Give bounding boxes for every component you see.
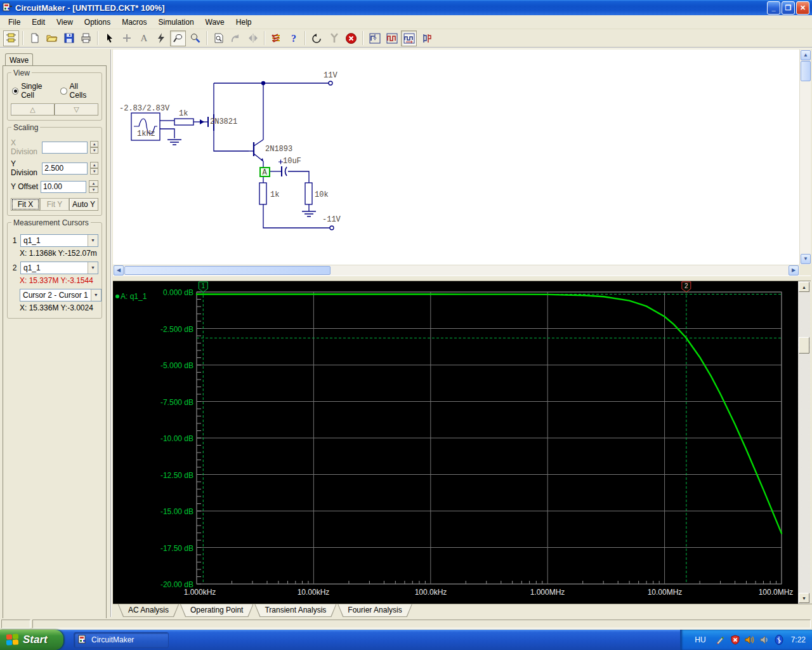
save-file-button[interactable] bbox=[61, 30, 77, 46]
mirror-button[interactable] bbox=[245, 30, 261, 46]
menu-simulation[interactable]: Simulation bbox=[153, 16, 200, 29]
spinner-down-icon[interactable]: ▼ bbox=[90, 147, 98, 154]
fit-x-button[interactable]: Fit X bbox=[11, 198, 40, 211]
delete-tool-icon bbox=[157, 33, 165, 43]
source-amplitude-label: -2.83/2.83V bbox=[119, 104, 170, 113]
scroll-thumb[interactable] bbox=[799, 337, 809, 354]
speaker-muted-icon[interactable] bbox=[759, 635, 769, 645]
reset-button[interactable] bbox=[309, 30, 325, 46]
print-button[interactable] bbox=[78, 30, 94, 46]
menu-help[interactable]: Help bbox=[230, 16, 258, 29]
r-gate-label: 1k bbox=[179, 109, 188, 118]
scope-pulse-icon bbox=[421, 33, 432, 44]
chevron-down-icon[interactable]: ▼ bbox=[88, 262, 98, 274]
menu-view[interactable]: View bbox=[51, 16, 79, 29]
pen-input-icon[interactable] bbox=[716, 635, 726, 645]
y-offset-spinner[interactable]: ▲▼ bbox=[89, 180, 98, 193]
y-division-spinner[interactable]: ▲▼ bbox=[90, 162, 98, 175]
security-alert-icon[interactable] bbox=[730, 635, 740, 645]
scroll-down-icon[interactable]: ▼ bbox=[799, 593, 809, 603]
single-cell-radio[interactable] bbox=[12, 88, 18, 95]
spinner-up-icon[interactable]: ▲ bbox=[90, 141, 98, 147]
restore-button[interactable]: ❐ bbox=[782, 1, 795, 15]
schematic-vertical-scrollbar[interactable]: ▲ ▼ bbox=[799, 50, 811, 265]
plot-vertical-scrollbar[interactable]: ▲ ▼ bbox=[798, 281, 810, 604]
x-division-input[interactable] bbox=[42, 142, 88, 154]
rotate-button[interactable] bbox=[228, 30, 244, 46]
menu-macros[interactable]: Macros bbox=[116, 16, 152, 29]
spinner-down-icon[interactable]: ▼ bbox=[89, 187, 98, 193]
windows-logo-icon bbox=[6, 633, 19, 646]
app-icon bbox=[78, 635, 88, 645]
auto-y-button[interactable]: Auto Y bbox=[69, 198, 98, 211]
scroll-thumb[interactable] bbox=[801, 61, 811, 81]
menu-options[interactable]: Options bbox=[79, 16, 116, 29]
bluetooth-icon[interactable] bbox=[774, 635, 784, 645]
menu-bar: File Edit View Options Macros Simulation… bbox=[0, 15, 812, 29]
close-button[interactable]: ✕ bbox=[796, 1, 809, 15]
cursor1-index: 1 bbox=[11, 236, 18, 245]
help-button[interactable]: ? bbox=[285, 30, 301, 46]
scope-multi-button[interactable] bbox=[401, 30, 417, 46]
stop-simulation-button[interactable] bbox=[343, 30, 359, 46]
minimize-icon: _ bbox=[771, 4, 775, 11]
chevron-down-icon[interactable]: ▼ bbox=[91, 289, 101, 301]
digital-switch-button[interactable] bbox=[268, 30, 284, 46]
tab-operating-point[interactable]: Operating Point bbox=[180, 604, 253, 617]
scroll-up-icon[interactable]: ▲ bbox=[799, 282, 809, 292]
menu-wave[interactable]: Wave bbox=[200, 16, 230, 29]
tab-fourier-analysis[interactable]: Fourier Analysis bbox=[337, 604, 412, 617]
digital-switch-icon bbox=[271, 33, 282, 43]
schematic-canvas[interactable]: 11V -11V -2.83/2.83V 1kHz 1k 2N3821 2N18… bbox=[113, 50, 799, 265]
spinner-up-icon[interactable]: ▲ bbox=[89, 180, 98, 187]
probe-tool-button[interactable] bbox=[170, 30, 186, 46]
cursor-difference-select[interactable]: Cursor 2 - Cursor 1 ▼ bbox=[20, 289, 102, 302]
open-file-button[interactable] bbox=[44, 30, 60, 46]
volume-icon[interactable] bbox=[745, 635, 755, 645]
scroll-up-icon[interactable]: ▲ bbox=[801, 50, 811, 60]
y-offset-input[interactable] bbox=[41, 181, 86, 193]
scroll-down-icon[interactable]: ▼ bbox=[801, 254, 811, 264]
help-icon: ? bbox=[289, 33, 298, 43]
taskbar-task-circuitmaker[interactable]: CircuitMaker bbox=[74, 632, 169, 648]
zoom-tool-button[interactable] bbox=[187, 30, 203, 46]
waveform-plot[interactable]: A: q1_1 0.000 dB -2.500 dB -5.000 dB -7.… bbox=[113, 281, 798, 604]
scope-square-button[interactable] bbox=[384, 30, 400, 46]
new-file-button[interactable] bbox=[27, 30, 43, 46]
cell-down-button[interactable]: ▽ bbox=[55, 103, 98, 116]
language-indicator[interactable]: HU bbox=[690, 634, 710, 646]
fit-y-button[interactable]: Fit Y bbox=[40, 198, 69, 211]
cursor1-signal-select[interactable]: q1_1 ▼ bbox=[20, 234, 98, 247]
scope-pulse-button[interactable] bbox=[418, 30, 434, 46]
pane-divider[interactable] bbox=[113, 275, 811, 281]
all-cells-radio[interactable] bbox=[60, 88, 67, 95]
parts-browser-button[interactable] bbox=[3, 30, 19, 46]
delete-tool-button[interactable] bbox=[153, 30, 169, 46]
wrench-tool-button[interactable] bbox=[326, 30, 342, 46]
scope-single-button[interactable] bbox=[367, 30, 383, 46]
tab-transient-analysis[interactable]: Transient Analysis bbox=[254, 604, 336, 617]
plot-canvas[interactable]: 12 bbox=[113, 281, 798, 604]
cell-up-button[interactable]: △ bbox=[11, 103, 55, 116]
minimize-button[interactable]: _ bbox=[767, 1, 780, 15]
spinner-down-icon[interactable]: ▼ bbox=[90, 168, 98, 175]
chevron-down-icon[interactable]: ▼ bbox=[88, 235, 98, 246]
scroll-right-icon[interactable]: ▶ bbox=[789, 265, 799, 275]
text-tool-button[interactable]: A bbox=[136, 30, 152, 46]
menu-file[interactable]: File bbox=[3, 16, 26, 29]
spinner-up-icon[interactable]: ▲ bbox=[90, 162, 98, 168]
task-label: CircuitMaker bbox=[91, 635, 134, 644]
x-division-spinner[interactable]: ▲▼ bbox=[90, 141, 98, 154]
start-button[interactable]: Start bbox=[0, 630, 63, 650]
y-division-input[interactable] bbox=[42, 162, 88, 175]
find-part-button[interactable] bbox=[211, 30, 226, 46]
cursor2-signal-select[interactable]: q1_1 ▼ bbox=[20, 262, 98, 274]
wire-tool-button[interactable] bbox=[119, 30, 134, 46]
schematic-horizontal-scrollbar[interactable]: ◀ ▶ bbox=[113, 265, 799, 275]
tab-ac-analysis[interactable]: AC Analysis bbox=[118, 604, 179, 617]
wave-panel-tab[interactable]: Wave bbox=[5, 53, 33, 66]
menu-edit[interactable]: Edit bbox=[26, 16, 51, 29]
arrow-tool-button[interactable] bbox=[102, 30, 117, 46]
scroll-left-icon[interactable]: ◀ bbox=[114, 265, 124, 275]
scroll-thumb[interactable] bbox=[124, 266, 331, 275]
